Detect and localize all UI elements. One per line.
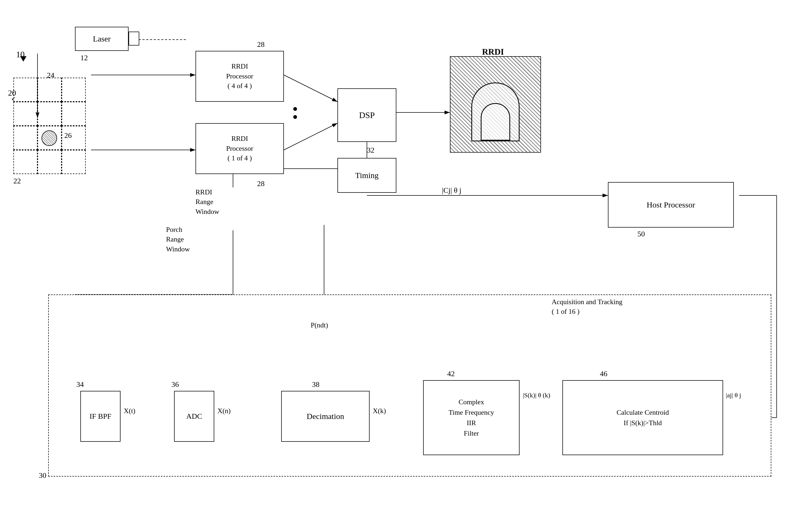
grid-cell-r3c1 [13,126,37,150]
label-12: 12 [80,54,88,62]
arrow-10 [20,56,26,62]
acq-tracking-label: Acquisition and Tracking( 1 of 16 ) [552,297,623,317]
complex-filter-box: ComplexTime FrequencyIIRFilter [423,380,519,455]
decimation-box: Decimation [281,391,370,442]
label-46: 46 [600,369,607,378]
signal-xt-label: X(t) [124,407,135,415]
grid-cell-r4c2 [37,150,62,174]
dsp-label: DSP [359,110,375,120]
grid-cell-r2c3 [62,102,86,126]
rrdi-processor-1: RRDIProcessor( 1 of 4 ) [195,123,284,174]
signal-pndt-label: P(ndt) [311,321,328,329]
signal-xn-label: X(n) [218,407,231,415]
acq-tracking-text: Acquisition and Tracking( 1 of 16 ) [552,298,623,315]
svg-line-7 [284,123,337,150]
sensor-circle [42,131,57,146]
rrdi-display [450,56,541,153]
host-processor-box: Host Processor [608,182,734,228]
grid-cell-r1c2 [37,78,62,102]
rrdi-display-label: RRDI [482,47,504,57]
grid-cell-r2c1 [13,102,37,126]
timing-label: Timing [355,171,379,180]
timing-box: Timing [337,158,396,193]
calc-centroid-label: Calculate CentroidIf |S(k)|>Thld [617,407,669,428]
rrdi-processor-4: RRDIProcessor( 4 of 4 ) [195,51,284,102]
arrow-20: ↙ [11,95,16,101]
rrdi-range-window-label: RRDIRangeWindow [195,187,219,217]
grid-cell-r1c1 [13,78,37,102]
diagram: 10 Laser 12 20 ↙ 24 26 22 RRDIProcessor(… [0,0,812,506]
rrdi-inner-arch [481,103,510,141]
signal-sk-label: |S(k)| θ (k) [523,391,550,400]
label-28b: 28 [257,179,265,188]
host-processor-label: Host Processor [647,200,695,209]
if-bpf-label: IF BPF [89,412,111,421]
laser-box: Laser [75,27,129,51]
rrdi-processor-1-label: RRDIProcessor( 1 of 4 ) [226,134,253,163]
calc-centroid-box: Calculate CentroidIf |S(k)|>Thld [562,380,723,455]
rrdi-range-window-text: RRDIRangeWindow [195,188,219,216]
adc-box: ADC [174,391,214,442]
adc-label: ADC [186,412,202,421]
rrdi-processor-4-label: RRDIProcessor( 4 of 4 ) [226,62,253,91]
label-50: 50 [637,230,645,238]
signal-xk-label: X(k) [373,407,386,415]
signal-aj-label: |aj| θ j [726,391,741,400]
grid-cell-r1c3 [62,78,86,102]
laser-label: Laser [93,34,111,44]
label-22: 22 [13,177,21,185]
laser-connector [129,31,139,46]
label-28a: 28 [257,40,265,49]
grid-cell-r2c2 [37,102,62,126]
label-34: 34 [76,380,84,389]
porch-range-window-text: PorchRangeWindow [166,226,190,253]
label-26: 26 [64,131,72,140]
complex-filter-label: ComplexTime FrequencyIIRFilter [449,397,494,438]
label-42: 42 [447,369,455,378]
rrdi-arch [471,82,519,141]
label-30: 30 [39,471,46,480]
grid-cell-r4c3 [62,150,86,174]
signal-cj-label: |Cj| θ j [442,186,462,195]
svg-line-6 [284,75,337,102]
grid-cell-r4c1 [13,150,37,174]
dot-1 [293,107,297,111]
dsp-box: DSP [337,88,396,142]
label-38: 38 [312,380,320,389]
if-bpf-box: IF BPF [80,391,120,442]
decimation-label: Decimation [307,412,344,421]
porch-range-window-label: PorchRangeWindow [166,225,190,254]
dot-2 [293,115,297,119]
label-32: 32 [367,146,375,155]
label-36: 36 [171,380,179,389]
label-24: 24 [47,71,54,80]
